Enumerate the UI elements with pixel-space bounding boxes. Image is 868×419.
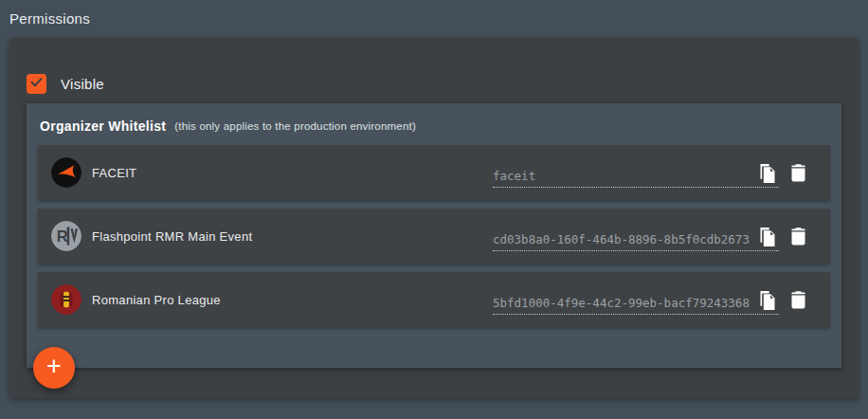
organizer-name: FACEIT bbox=[92, 166, 136, 180]
checkmark-icon bbox=[29, 75, 44, 93]
permissions-panel: Visible Organizer Whitelist (this only a… bbox=[9, 38, 859, 398]
copy-icon[interactable] bbox=[758, 289, 777, 312]
organizer-id-field-wrap bbox=[493, 221, 779, 251]
trash-icon[interactable] bbox=[790, 227, 806, 246]
add-organizer-button[interactable]: + bbox=[33, 347, 75, 389]
organizer-whitelist-title: Organizer Whitelist bbox=[40, 118, 166, 134]
page-title: Permissions bbox=[9, 10, 90, 27]
organizer-id-input[interactable] bbox=[493, 169, 779, 183]
plus-icon: + bbox=[46, 354, 62, 379]
romanian-pro-league-logo-icon bbox=[51, 284, 81, 315]
trash-icon[interactable] bbox=[790, 290, 806, 309]
visible-setting: Visible bbox=[27, 74, 104, 94]
organizer-row: R Flashpoint RMR Main Event bbox=[38, 209, 830, 264]
faceit-logo-icon bbox=[51, 157, 81, 188]
copy-icon[interactable] bbox=[758, 162, 777, 185]
organizer-whitelist-header: Organizer Whitelist (this only applies t… bbox=[27, 103, 841, 145]
organizer-list: FACEIT bbox=[38, 145, 830, 327]
organizer-name: Romanian Pro League bbox=[92, 293, 221, 307]
visible-checkbox[interactable] bbox=[27, 74, 46, 94]
permissions-page: { "page": { "title": "Permissions" }, "v… bbox=[0, 0, 868, 419]
organizer-id-input[interactable] bbox=[493, 296, 779, 310]
organizer-row: Romanian Pro League bbox=[38, 272, 830, 327]
flashpoint-logo-icon: R bbox=[51, 221, 81, 251]
organizer-id-input[interactable] bbox=[493, 232, 779, 246]
visible-checkbox-label: Visible bbox=[61, 76, 104, 92]
organizer-id-field-wrap bbox=[493, 157, 779, 188]
copy-icon[interactable] bbox=[758, 226, 777, 248]
organizer-row: FACEIT bbox=[38, 145, 830, 200]
svg-text:R: R bbox=[57, 228, 68, 246]
organizer-id-field-wrap bbox=[493, 284, 779, 315]
organizer-whitelist-panel: Organizer Whitelist (this only applies t… bbox=[27, 103, 841, 368]
organizer-whitelist-note: (this only applies to the production env… bbox=[174, 120, 416, 132]
organizer-name: Flashpoint RMR Main Event bbox=[92, 229, 252, 244]
trash-icon[interactable] bbox=[790, 163, 806, 182]
